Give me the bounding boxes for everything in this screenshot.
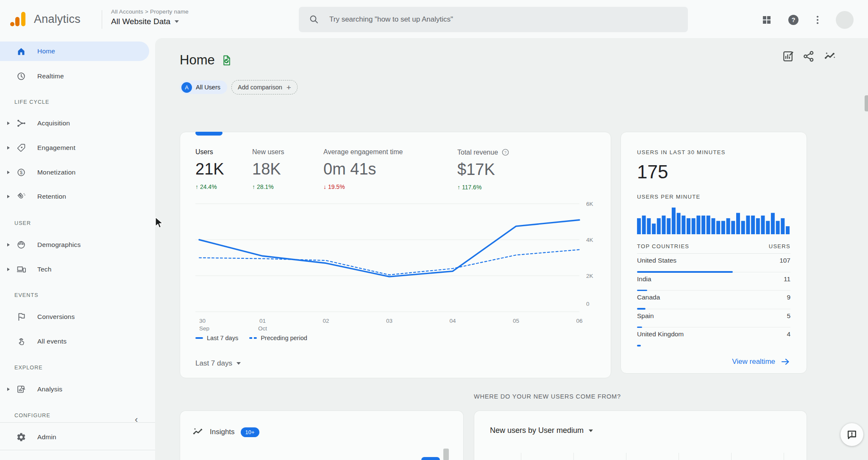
- expand-chevron-icon[interactable]: [7, 122, 10, 125]
- sidebar-section-life-cycle: LIFE CYCLE: [14, 99, 50, 105]
- x-axis-tick: 04: [449, 318, 456, 324]
- property-selector[interactable]: All Website Data: [111, 17, 189, 26]
- minute-bar: [781, 218, 785, 234]
- country-row: India 11: [637, 272, 790, 291]
- search-input[interactable]: [328, 15, 678, 24]
- apps-grid-icon[interactable]: [760, 13, 774, 27]
- legend-item: Preceding period: [249, 335, 307, 341]
- expand-chevron-icon[interactable]: [7, 195, 10, 198]
- insights-icon[interactable]: [823, 50, 837, 64]
- retention-icon: [16, 191, 26, 202]
- sidebar-item-engagement[interactable]: Engagement: [0, 138, 149, 158]
- country-row: Canada 9: [637, 291, 790, 309]
- top-countries-column: TOP COUNTRIES: [637, 243, 689, 249]
- time-range-selector[interactable]: Last 7 days: [195, 359, 241, 368]
- account-breadcrumb: All Accounts > Property name All Website…: [111, 8, 189, 26]
- insights-count-badge: 10+: [241, 427, 259, 437]
- sidebar-item-label: Demographics: [37, 241, 81, 249]
- add-comparison-label: Add comparison: [238, 84, 282, 91]
- country-row: United States 107: [637, 254, 790, 272]
- expand-chevron-icon[interactable]: [7, 388, 10, 391]
- sidebar-item-acquisition[interactable]: Acquisition: [0, 114, 149, 133]
- view-realtime-label: View realtime: [732, 357, 775, 366]
- minute-bar: [731, 221, 735, 235]
- monetization-icon: $: [16, 167, 26, 177]
- sidebar-item-label: Monetization: [37, 169, 75, 176]
- feedback-chat-button[interactable]: [840, 423, 863, 446]
- page-title-row: Home: [180, 53, 232, 68]
- expand-chevron-icon[interactable]: [7, 171, 10, 174]
- avatar[interactable]: [836, 11, 854, 29]
- breadcrumb[interactable]: All Accounts > Property name: [111, 8, 189, 15]
- minute-bar: [756, 218, 760, 234]
- doc-check-icon[interactable]: [221, 55, 232, 66]
- country-users: 5: [787, 312, 790, 320]
- expand-chevron-icon[interactable]: [7, 243, 10, 247]
- sidebar-item-realtime[interactable]: Realtime: [0, 67, 149, 86]
- minute-bar: [786, 226, 790, 234]
- tech-icon: [16, 264, 26, 274]
- admin-icon: [16, 432, 26, 442]
- all-users-chip[interactable]: A All Users: [180, 80, 227, 94]
- new-users-card: New users by User medium: [474, 410, 807, 460]
- minute-bar: [677, 213, 681, 234]
- sidebar-section-explore: EXPLORE: [14, 365, 43, 371]
- header-divider: [102, 10, 102, 29]
- sidebar-item-retention[interactable]: Retention: [0, 187, 149, 206]
- insights-sparkline-icon: [192, 426, 204, 438]
- home-icon: [16, 46, 26, 56]
- x-axis-tick: 02: [323, 318, 329, 324]
- sidebar-item-home[interactable]: Home: [0, 42, 149, 61]
- minute-bar: [726, 218, 730, 234]
- help-icon[interactable]: ?: [786, 13, 801, 27]
- page-scrollbar[interactable]: [865, 95, 868, 111]
- x-axis-tick: Oct: [258, 325, 267, 331]
- x-axis-tick: 30: [199, 318, 206, 324]
- legend-swatch: [249, 337, 257, 339]
- add-comparison-button[interactable]: Add comparison +: [231, 80, 298, 94]
- collapse-sidebar-icon[interactable]: ‹: [135, 414, 138, 425]
- sidebar-item-analysis[interactable]: Analysis: [0, 380, 149, 399]
- minute-bar: [766, 221, 770, 235]
- arrow-right-icon: [780, 357, 790, 367]
- chart-gridline: [679, 453, 679, 460]
- analytics-logo[interactable]: Analytics: [8, 8, 97, 30]
- sidebar-item-conversions[interactable]: Conversions: [0, 307, 149, 327]
- legend-item: Last 7 days: [195, 335, 238, 341]
- sidebar-item-admin[interactable]: Admin: [0, 427, 149, 447]
- customize-report-icon[interactable]: [782, 50, 796, 64]
- minute-bar: [662, 216, 666, 234]
- dimension-selector[interactable]: New users by User medium: [490, 426, 593, 435]
- users-trend-chart: 6K4K2K030Sep01Oct0203040506: [180, 132, 611, 331]
- minute-bar: [657, 218, 661, 234]
- expand-chevron-icon[interactable]: [7, 268, 10, 271]
- view-realtime-link[interactable]: View realtime: [732, 357, 790, 367]
- country-users: 9: [787, 294, 790, 301]
- sidebar-item-monetization[interactable]: $Monetization: [0, 163, 149, 182]
- analysis-icon: [16, 384, 26, 394]
- insights-scrollbar[interactable]: [443, 449, 449, 460]
- share-icon[interactable]: [802, 50, 816, 64]
- insight-chip-partial[interactable]: [421, 457, 440, 460]
- search-bar[interactable]: [299, 7, 688, 32]
- sidebar-item-tech[interactable]: Tech: [0, 260, 149, 279]
- country-row: United Kingdom 4: [637, 327, 790, 346]
- country-users: 11: [784, 275, 790, 283]
- search-icon: [309, 14, 319, 25]
- minute-bar: [736, 213, 740, 234]
- sidebar-item-label: Analysis: [37, 385, 62, 393]
- x-axis-tick: 06: [576, 318, 582, 324]
- sidebar-item-demographics[interactable]: Demographics: [0, 235, 149, 255]
- legend-label: Preceding period: [261, 335, 307, 341]
- expand-chevron-icon[interactable]: [7, 146, 10, 150]
- chart-gridline: [573, 453, 574, 460]
- more-vertical-icon[interactable]: [810, 13, 825, 27]
- minute-bar: [712, 218, 715, 234]
- minute-bar: [652, 224, 656, 234]
- minute-bar: [741, 221, 745, 235]
- minute-bar: [642, 216, 646, 234]
- sidebar-item-label: Admin: [37, 433, 56, 441]
- chevron-down-icon: [175, 20, 179, 23]
- legend-label: Last 7 days: [207, 335, 238, 341]
- sidebar-item-all-events[interactable]: All events: [0, 332, 149, 351]
